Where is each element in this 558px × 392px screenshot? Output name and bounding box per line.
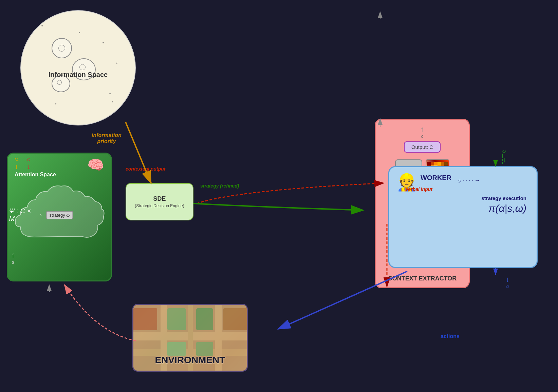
svg-rect-5 [444,162,448,165]
contextual-output-label: contextual output [126,166,165,172]
c-label-att: C [27,157,30,162]
attention-arrows: M ↓ C ↓ [15,157,56,171]
context-title: CONTEXT EXTRACTOR [388,275,457,282]
svg-rect-38 [167,342,186,356]
svg-rect-3 [438,162,441,165]
sde-subtitle: (Strategic Decision Engine) [135,203,184,208]
svg-rect-0 [427,162,431,165]
attention-space: M ↓ C ↓ Attention Space 🧠 Ψ : C × M → [7,153,112,281]
attention-label: Attention Space [15,172,56,178]
attention-header: M ↓ C ↓ Attention Space 🧠 [11,157,108,179]
svg-rect-36 [167,308,186,330]
info-space-label: Information Space [49,71,108,79]
s-label-attention: s [12,259,14,265]
strategy-omega-box: strategy ω [46,211,73,219]
svg-rect-37 [196,308,213,330]
verbal-input-label: verbal input [406,187,432,192]
worker-title: WORKER [421,174,451,182]
svg-rect-4 [441,162,444,165]
strategy-exec: strategy execution [396,195,526,201]
svg-rect-39 [196,342,213,356]
brain-icon: 🧠 [87,157,104,173]
s-worker: s [458,178,461,183]
svg-rect-41 [223,308,248,330]
info-space: * * * * * * * Information Space [20,10,136,125]
svg-rect-40 [133,308,157,330]
c-top-label: c [421,134,424,139]
svg-rect-2 [434,162,438,165]
sde-title: SDE [153,195,166,202]
worker-box: ω ↓ 👷 WORKER s · · · · → strategy execut… [388,166,538,268]
psi-formula: Ψ : C × M [9,207,33,223]
actions-label: actions [441,333,460,339]
environment-label: ENVIRONMENT [155,355,225,371]
m-label: M [15,157,18,162]
strategy-refined-label: strategy (refined) [200,183,239,189]
pi-formula: π(α|s,ω) [396,203,526,214]
omega-arrow-label: ω [502,149,506,154]
info-priority-label: information priority [92,132,122,144]
svg-rect-1 [431,162,434,165]
alpha-label: α [506,284,509,289]
diagram-container: * * * * * * * Information Space M ↓ [0,0,558,392]
svg-line-50 [126,122,151,183]
sde-box: SDE (Strategic Decision Engine) [126,183,193,220]
environment-box: ENVIRONMENT [132,304,248,372]
output-c-box: Output: C [404,141,441,153]
